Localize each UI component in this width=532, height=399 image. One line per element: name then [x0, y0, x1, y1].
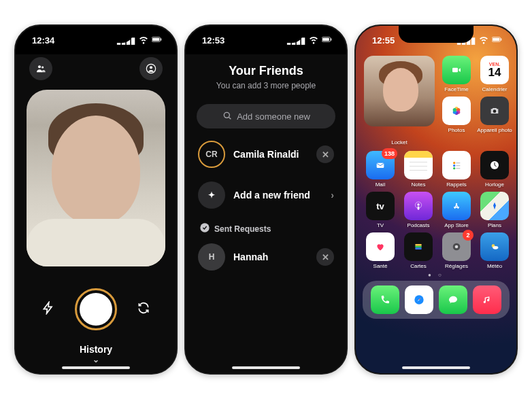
friends-icon[interactable]	[29, 57, 52, 80]
wifi-icon	[308, 34, 319, 47]
friend-row[interactable]: CR Camila Rinaldi ✕	[186, 134, 346, 175]
shutter-button[interactable]	[75, 288, 117, 330]
friends-title: Your Friends	[199, 64, 333, 78]
cancel-request-icon[interactable]: ✕	[316, 248, 334, 266]
badge: 138	[382, 148, 397, 159]
dock-music-icon[interactable]	[473, 285, 501, 314]
app-label: Photos	[448, 127, 465, 133]
maps-icon	[480, 192, 509, 220]
app-tv[interactable]: tv TV	[363, 192, 398, 228]
app-camera[interactable]: Appareil photo	[477, 97, 512, 133]
app-label: Santé	[373, 263, 388, 269]
app-label: App Store	[444, 222, 469, 228]
svg-rect-15	[452, 68, 458, 73]
svg-rect-2	[161, 38, 161, 40]
home-indicator[interactable]	[62, 366, 130, 369]
tv-icon: tv	[366, 192, 395, 220]
svg-rect-9	[331, 38, 331, 40]
facetime-icon	[442, 56, 471, 84]
phone-camera: 12:34 ▮▮▮▮	[14, 24, 178, 375]
app-label: Plans	[488, 222, 501, 228]
switch-camera-icon[interactable]	[137, 301, 150, 317]
svg-point-31	[417, 203, 419, 205]
dock-safari-icon[interactable]	[405, 285, 433, 314]
app-maps[interactable]: Plans	[477, 192, 512, 228]
add-friend-label: Add a new friend	[233, 190, 310, 201]
app-appstore[interactable]: App Store	[439, 192, 474, 228]
svg-point-22	[493, 109, 497, 113]
notch	[59, 26, 133, 43]
app-notes[interactable]: Notes	[401, 151, 436, 188]
dock-phone-icon[interactable]	[371, 285, 399, 314]
locket-widget[interactable]	[364, 56, 435, 126]
svg-rect-8	[322, 37, 329, 41]
reminders-icon	[442, 151, 471, 179]
cal-daynum: 14	[488, 67, 501, 78]
photos-icon	[442, 97, 471, 125]
notes-icon	[404, 151, 433, 179]
friends-screen: Your Friends You can add 3 more people A…	[186, 54, 346, 373]
camera-icon	[480, 97, 509, 125]
search-placeholder: Add someone new	[237, 111, 310, 122]
app-mail[interactable]: 138 Mail	[363, 151, 398, 188]
home-indicator[interactable]	[402, 366, 470, 369]
remove-friend-icon[interactable]: ✕	[316, 145, 334, 163]
widget-label: Locket	[391, 139, 408, 145]
app-label: Réglages	[445, 263, 468, 269]
flash-icon[interactable]	[41, 301, 55, 317]
app-label: Météo	[487, 263, 502, 269]
app-podcasts[interactable]: Podcasts	[401, 192, 436, 228]
settings-icon: 2	[442, 232, 471, 261]
app-wallet[interactable]: Cartes	[401, 232, 436, 269]
app-photos[interactable]: Photos	[439, 97, 474, 133]
svg-rect-34	[415, 246, 421, 248]
svg-rect-29	[456, 168, 460, 169]
app-label: Podcasts	[408, 222, 430, 228]
svg-point-3	[38, 65, 41, 68]
face-placeholder	[52, 116, 140, 224]
svg-rect-1	[152, 37, 159, 41]
sparkle-icon: ✦	[198, 181, 225, 209]
camera-viewfinder[interactable]	[27, 90, 165, 266]
mail-icon: 138	[366, 151, 395, 179]
add-friend-row[interactable]: ✦ Add a new friend ›	[186, 175, 346, 215]
pending-row[interactable]: H Hannah ✕	[186, 237, 346, 277]
dock-messages-icon[interactable]	[439, 285, 467, 314]
svg-point-4	[41, 66, 44, 68]
chevron-right-icon: ›	[331, 190, 334, 201]
home-indicator[interactable]	[232, 366, 300, 369]
friend-name: Camila Rinaldi	[233, 149, 299, 160]
svg-rect-25	[456, 162, 460, 163]
app-settings[interactable]: 2 Réglages	[439, 232, 474, 269]
app-label: TV	[377, 222, 384, 228]
app-facetime[interactable]: FaceTime	[439, 56, 474, 92]
page-dots[interactable]: ● ○	[356, 271, 516, 281]
app-label: Mail	[376, 181, 386, 188]
battery-icon	[152, 34, 163, 47]
app-label: Rappels	[446, 181, 466, 188]
svg-rect-13	[493, 37, 499, 41]
appstore-icon	[442, 192, 471, 220]
shutter-inner	[80, 293, 112, 326]
app-reminders[interactable]: Rappels	[439, 151, 474, 188]
svg-point-21	[453, 108, 456, 111]
app-label: Horloge	[485, 181, 504, 188]
svg-rect-14	[501, 38, 501, 40]
svg-point-37	[455, 245, 459, 249]
pending-avatar: H	[198, 243, 225, 271]
camera-screen: History ⌄	[16, 54, 176, 373]
app-label: FaceTime	[444, 86, 468, 92]
sent-requests-label: Sent Requests	[214, 224, 271, 234]
phone-homescreen: 12:55 ▮▮▮▮ FaceTime	[354, 24, 518, 375]
sheet-header: Your Friends You can add 3 more people	[186, 54, 346, 94]
svg-point-11	[200, 223, 209, 232]
sent-requests-header: Sent Requests	[186, 215, 346, 237]
app-calendar[interactable]: VEN. 14 Calendrier	[477, 56, 512, 92]
history-button[interactable]: History ⌄	[16, 344, 176, 364]
app-weather[interactable]: Météo	[477, 232, 512, 269]
app-clock[interactable]: Horloge	[477, 151, 512, 188]
app-health[interactable]: Santé	[363, 232, 398, 269]
profile-icon[interactable]	[139, 57, 163, 80]
svg-point-6	[150, 66, 152, 69]
add-someone-search[interactable]: Add someone new	[197, 104, 335, 128]
